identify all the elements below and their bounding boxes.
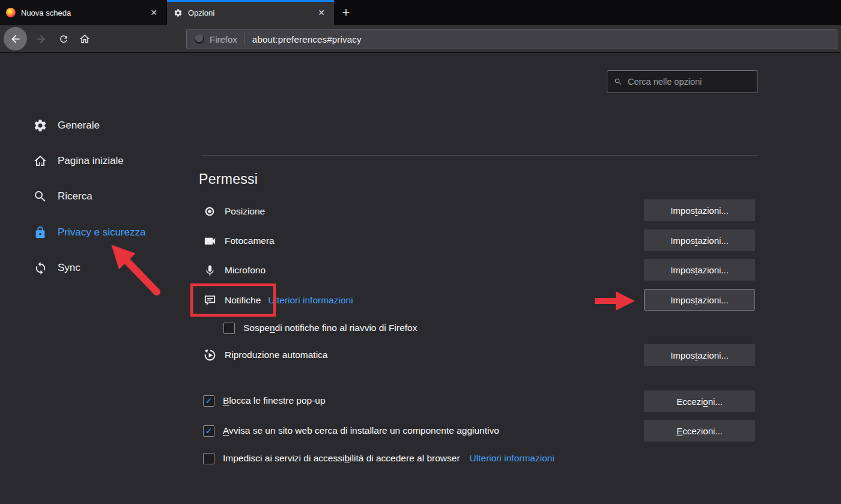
back-button[interactable] <box>4 27 27 50</box>
checkbox-label: Impedisci ai servizi di accessibilità di… <box>223 453 460 464</box>
url-text: about:preferences#privacy <box>252 34 362 44</box>
close-tab-icon[interactable]: ✕ <box>315 6 328 19</box>
sidebar-label: Privacy e sicurezza <box>58 226 145 238</box>
notifications-icon <box>202 293 217 308</box>
suspend-notifications-checkbox[interactable]: ✓ <box>223 323 235 334</box>
url-separator <box>244 33 245 45</box>
sidebar-item-ricerca[interactable]: Ricerca <box>25 186 181 207</box>
notifiche-learn-more-link[interactable]: Ulteriori informazioni <box>268 295 353 306</box>
addons-exceptions-button[interactable]: Eccezioni... <box>644 420 755 442</box>
permission-row-microfono: Microfono <box>202 260 266 281</box>
permission-row-autoplay: Riproduzione automatica <box>202 344 327 366</box>
accessibility-checkbox[interactable]: ✓ <box>203 453 214 464</box>
checkbox-label: Avvisa se un sito web cerca di installar… <box>223 425 499 436</box>
forward-icon <box>35 33 47 45</box>
search-icon <box>33 189 47 204</box>
notifiche-settings-button[interactable]: Impostazioni... <box>644 289 755 311</box>
gear-icon <box>33 118 47 133</box>
tab-title: Opzioni <box>188 8 315 17</box>
home-icon <box>79 33 91 45</box>
sidebar-label: Pagina iniziale <box>58 155 124 167</box>
search-input[interactable] <box>628 77 751 87</box>
accessibility-learn-more-link[interactable]: Ulteriori informazioni <box>470 453 554 464</box>
back-icon <box>10 33 22 45</box>
permission-label: Notifiche <box>225 295 261 306</box>
active-tab-indicator <box>167 0 334 2</box>
permission-row-fotocamera: Fotocamera <box>202 230 275 252</box>
autoplay-icon <box>202 348 217 362</box>
reload-icon <box>58 34 69 44</box>
tab-title: Nuova scheda <box>21 8 147 17</box>
tab-bar: Nuova scheda ✕ Opzioni ✕ + <box>0 0 841 25</box>
checkbox-label: Sospendi notifiche fino al riavvio di Fi… <box>243 323 417 333</box>
fotocamera-settings-button[interactable]: Impostazioni... <box>644 229 755 251</box>
new-tab-button[interactable]: + <box>337 4 355 22</box>
accessibility-row: ✓ Impedisci ai servizi di accessibilità … <box>203 448 554 469</box>
popup-exceptions-button[interactable]: Eccezioni... <box>644 390 755 412</box>
preferences-search[interactable] <box>607 70 758 93</box>
firefox-identity-icon <box>194 34 205 44</box>
reload-button[interactable] <box>57 32 70 46</box>
permission-label: Posizione <box>225 206 265 217</box>
warn-addons-checkbox[interactable]: ✓ <box>203 425 214 437</box>
gear-icon <box>173 8 183 17</box>
home-icon <box>33 154 47 168</box>
browser-window: Nuova scheda ✕ Opzioni ✕ + <box>0 0 841 504</box>
search-icon <box>614 77 622 86</box>
identity-label: Firefox <box>210 34 237 44</box>
sidebar-label: Ricerca <box>58 190 93 202</box>
autoplay-settings-button[interactable]: Impostazioni... <box>644 344 755 366</box>
sidebar-item-generale[interactable]: Generale <box>25 115 181 136</box>
section-divider <box>201 155 758 156</box>
home-button[interactable] <box>78 32 91 46</box>
permission-row-posizione: Posizione <box>202 201 265 222</box>
warn-addons-row: ✓ Avvisa se un sito web cerca di install… <box>203 420 499 442</box>
forward-button[interactable] <box>34 32 47 46</box>
check-icon: ✓ <box>205 427 213 435</box>
firefox-logo-icon <box>6 8 16 17</box>
permission-label: Fotocamera <box>225 235 275 246</box>
sidebar-label: Sync <box>58 262 80 274</box>
sidebar-item-pagina-iniziale[interactable]: Pagina iniziale <box>25 150 181 172</box>
tab-opzioni[interactable]: Opzioni ✕ <box>167 0 334 25</box>
block-popups-checkbox[interactable]: ✓ <box>203 395 214 407</box>
block-popups-row: ✓ Blocca le finestre pop-up <box>203 390 326 411</box>
url-bar[interactable]: Firefox about:preferences#privacy <box>186 29 837 49</box>
sidebar-label: Generale <box>58 120 100 132</box>
sidebar-item-sync[interactable]: Sync <box>25 257 181 279</box>
sidebar-item-privacy-sicurezza[interactable]: Privacy e sicurezza <box>25 222 181 243</box>
tab-nuova-scheda[interactable]: Nuova scheda ✕ <box>0 0 167 25</box>
lock-icon <box>33 225 47 240</box>
navigation-toolbar: Firefox about:preferences#privacy <box>0 25 841 53</box>
suspend-notifications-row: ✓ Sospendi notifiche fino al riavvio di … <box>223 317 417 339</box>
check-icon: ✓ <box>205 396 213 405</box>
microfono-settings-button[interactable]: Impostazioni... <box>644 259 755 281</box>
camera-icon <box>202 234 217 248</box>
microphone-icon <box>202 263 217 278</box>
posizione-settings-button[interactable]: Impostazioni... <box>644 199 755 221</box>
permission-label: Microfono <box>225 265 266 276</box>
checkbox-label: Blocca le finestre pop-up <box>223 395 326 406</box>
section-title: Permessi <box>199 171 258 187</box>
location-icon <box>202 204 217 219</box>
close-tab-icon[interactable]: ✕ <box>147 6 160 19</box>
sync-icon <box>33 261 47 275</box>
identity-box[interactable]: Firefox <box>187 34 244 44</box>
permission-label: Riproduzione automatica <box>225 350 327 360</box>
permission-row-notifiche: Notifiche Ulteriori informazioni <box>202 290 353 311</box>
